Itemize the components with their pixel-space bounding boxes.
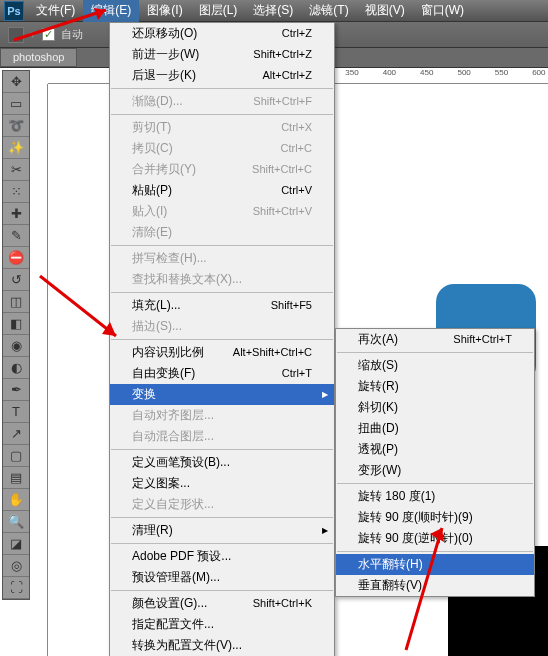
menu-item-label: 填充(L)... xyxy=(132,297,181,314)
screenmode-icon[interactable]: ⛶ xyxy=(3,577,29,599)
ruler-vertical xyxy=(32,84,48,656)
menu-view[interactable]: 视图(V) xyxy=(357,0,413,22)
color-swatch-icon[interactable]: ◪ xyxy=(3,533,29,555)
edit-menu-item[interactable]: Adobe PDF 预设... xyxy=(110,546,334,567)
edit-menu-item[interactable]: 指定配置文件... xyxy=(110,614,334,635)
menu-item-label: 还原移动(O) xyxy=(132,25,197,42)
edit-menu-item[interactable]: 定义画笔预设(B)... xyxy=(110,452,334,473)
edit-menu-item[interactable]: 后退一步(K)Alt+Ctrl+Z xyxy=(110,65,334,86)
transform-menu-item[interactable]: 斜切(K) xyxy=(336,397,534,418)
menu-item-label: 清除(E) xyxy=(132,224,172,241)
edit-menu-item: 定义自定形状... xyxy=(110,494,334,515)
menu-separator xyxy=(111,517,333,518)
gradient-tool-icon[interactable]: ◧ xyxy=(3,313,29,335)
menu-separator xyxy=(111,114,333,115)
transform-menu-item[interactable]: 旋转(R) xyxy=(336,376,534,397)
menu-item-label: 变形(W) xyxy=(358,462,401,479)
edit-menu-item[interactable]: 粘贴(P)Ctrl+V xyxy=(110,180,334,201)
toolbox: ✥ ▭ ➰ ✨ ✂ ⁙ ✚ ✎ ⛔ ↺ ◫ ◧ ◉ ◐ ✒ T ↗ ▢ ▤ ✋ … xyxy=(2,70,30,600)
menu-item-shortcut: Alt+Shift+Ctrl+C xyxy=(233,344,312,361)
menu-separator xyxy=(337,551,533,552)
eraser-tool-icon[interactable]: ◫ xyxy=(3,291,29,313)
edit-menu-item[interactable]: 自由变换(F)Ctrl+T xyxy=(110,363,334,384)
quickmask-icon[interactable]: ◎ xyxy=(3,555,29,577)
edit-menu-item[interactable]: 前进一步(W)Shift+Ctrl+Z xyxy=(110,44,334,65)
brush-tool-icon[interactable]: ✎ xyxy=(3,225,29,247)
stamp-tool-icon[interactable]: ⛔ xyxy=(3,247,29,269)
menu-item-label: 前进一步(W) xyxy=(132,46,199,63)
menu-item-label: 旋转 90 度(逆时针)(0) xyxy=(358,530,473,547)
marquee-tool-icon[interactable]: ▭ xyxy=(3,93,29,115)
edit-menu-item[interactable]: 变换 xyxy=(110,384,334,405)
menu-item-label: 渐隐(D)... xyxy=(132,93,183,110)
menu-item-shortcut: Shift+Ctrl+V xyxy=(253,203,312,220)
shape-tool-icon[interactable]: ▢ xyxy=(3,445,29,467)
menu-window[interactable]: 窗口(W) xyxy=(413,0,472,22)
menu-item-label: 指定配置文件... xyxy=(132,616,214,633)
transform-menu-item[interactable]: 再次(A)Shift+Ctrl+T xyxy=(336,329,534,350)
wand-tool-icon[interactable]: ✨ xyxy=(3,137,29,159)
blur-tool-icon[interactable]: ◉ xyxy=(3,335,29,357)
menu-file[interactable]: 文件(F) xyxy=(28,0,83,22)
transform-menu-item[interactable]: 透视(P) xyxy=(336,439,534,460)
notes-tool-icon[interactable]: ▤ xyxy=(3,467,29,489)
heal-tool-icon[interactable]: ✚ xyxy=(3,203,29,225)
menu-item-shortcut: Ctrl+Z xyxy=(282,25,312,42)
transform-menu-item[interactable]: 垂直翻转(V) xyxy=(336,575,534,596)
edit-menu-item: 拷贝(C)Ctrl+C xyxy=(110,138,334,159)
edit-menu-item[interactable]: 颜色设置(G)...Shift+Ctrl+K xyxy=(110,593,334,614)
menu-layer[interactable]: 图层(L) xyxy=(191,0,246,22)
edit-menu-item[interactable]: 填充(L)...Shift+F5 xyxy=(110,295,334,316)
transform-menu-item[interactable]: 扭曲(D) xyxy=(336,418,534,439)
menu-item-label: 再次(A) xyxy=(358,331,398,348)
transform-menu-item[interactable]: 旋转 90 度(顺时针)(9) xyxy=(336,507,534,528)
menu-separator xyxy=(111,449,333,450)
eyedropper-tool-icon[interactable]: ⁙ xyxy=(3,181,29,203)
edit-menu: 还原移动(O)Ctrl+Z前进一步(W)Shift+Ctrl+Z后退一步(K)A… xyxy=(109,22,335,656)
ruler-tick: 550 xyxy=(495,68,508,77)
transform-menu-item[interactable]: 水平翻转(H) xyxy=(336,554,534,575)
menu-image[interactable]: 图像(I) xyxy=(139,0,190,22)
menu-item-label: 变换 xyxy=(132,386,156,403)
menu-filter[interactable]: 滤镜(T) xyxy=(301,0,356,22)
menu-separator xyxy=(111,245,333,246)
menu-item-label: 贴入(I) xyxy=(132,203,167,220)
autoselect-checkbox[interactable]: ✓ xyxy=(42,28,55,41)
lasso-tool-icon[interactable]: ➰ xyxy=(3,115,29,137)
hand-tool-icon[interactable]: ✋ xyxy=(3,489,29,511)
autoselect-label: 自动 xyxy=(61,27,83,42)
zoom-tool-icon[interactable]: 🔍 xyxy=(3,511,29,533)
app-logo: Ps xyxy=(4,1,24,21)
pen-tool-icon[interactable]: ✒ xyxy=(3,379,29,401)
transform-menu-item[interactable]: 变形(W) xyxy=(336,460,534,481)
type-tool-icon[interactable]: T xyxy=(3,401,29,423)
edit-menu-item[interactable]: 定义图案... xyxy=(110,473,334,494)
doc-tab[interactable]: photoshop xyxy=(0,48,77,67)
menu-item-shortcut: Alt+Ctrl+Z xyxy=(262,67,312,84)
dodge-tool-icon[interactable]: ◐ xyxy=(3,357,29,379)
ruler-tick: 400 xyxy=(383,68,396,77)
edit-menu-item[interactable]: 清理(R) xyxy=(110,520,334,541)
menu-item-label: 缩放(S) xyxy=(358,357,398,374)
move-tool-icon[interactable]: ✥ xyxy=(3,71,29,93)
edit-menu-item: 查找和替换文本(X)... xyxy=(110,269,334,290)
path-tool-icon[interactable]: ↗ xyxy=(3,423,29,445)
edit-menu-item[interactable]: 预设管理器(M)... xyxy=(110,567,334,588)
transform-menu-item[interactable]: 旋转 180 度(1) xyxy=(336,486,534,507)
ruler-tick: 350 xyxy=(345,68,358,77)
menu-item-shortcut: Ctrl+V xyxy=(281,182,312,199)
ruler-tick: 600 xyxy=(532,68,545,77)
edit-menu-item[interactable]: 内容识别比例Alt+Shift+Ctrl+C xyxy=(110,342,334,363)
menu-edit[interactable]: 编辑(E) xyxy=(83,0,139,22)
transform-menu-item[interactable]: 缩放(S) xyxy=(336,355,534,376)
edit-menu-item[interactable]: 转换为配置文件(V)... xyxy=(110,635,334,656)
ruler-tick: 500 xyxy=(457,68,470,77)
history-brush-icon[interactable]: ↺ xyxy=(3,269,29,291)
menu-item-label: 旋转 180 度(1) xyxy=(358,488,435,505)
menu-item-label: 描边(S)... xyxy=(132,318,182,335)
edit-menu-item[interactable]: 还原移动(O)Ctrl+Z xyxy=(110,23,334,44)
crop-tool-icon[interactable]: ✂ xyxy=(3,159,29,181)
menu-select[interactable]: 选择(S) xyxy=(245,0,301,22)
edit-menu-item: 拼写检查(H)... xyxy=(110,248,334,269)
transform-menu-item[interactable]: 旋转 90 度(逆时针)(0) xyxy=(336,528,534,549)
